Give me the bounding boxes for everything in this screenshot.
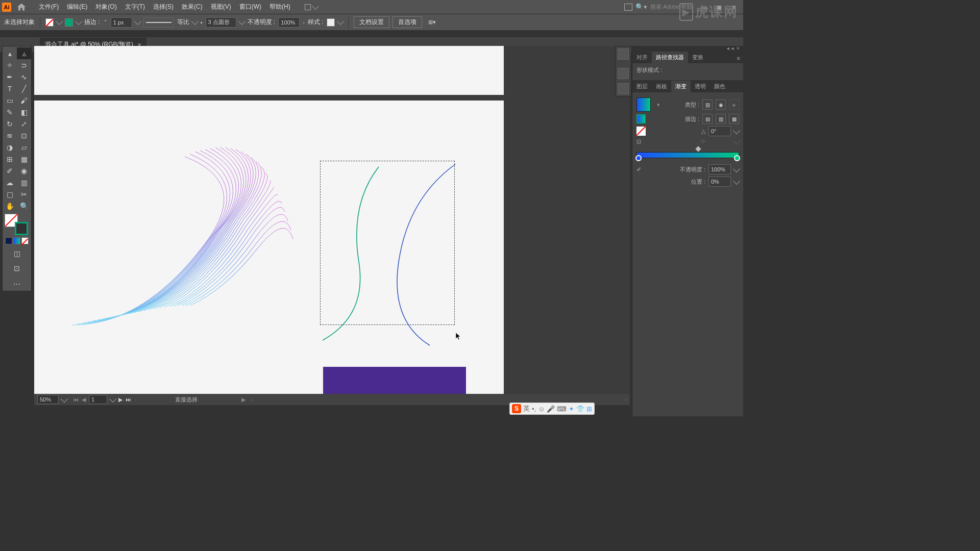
menu-type[interactable]: 文字(T) <box>121 0 149 14</box>
tab-pathfinder[interactable]: 路径查找器 <box>652 52 688 63</box>
tab-align[interactable]: 对齐 <box>632 52 652 63</box>
lasso-tool[interactable]: ⊃ <box>17 59 31 71</box>
gradient-stroke-swatch[interactable] <box>636 114 646 123</box>
artboard-number-input[interactable] <box>89 395 107 404</box>
gradient-mode-icon[interactable] <box>13 237 20 244</box>
tab-color[interactable]: 颜色 <box>710 81 729 92</box>
gradient-opacity-input[interactable] <box>708 164 731 174</box>
pen-tool[interactable]: ✒ <box>3 71 17 83</box>
eraser-tool[interactable]: ◧ <box>17 106 31 118</box>
panel-icon-1[interactable] <box>618 48 629 60</box>
last-artboard-icon[interactable]: ⏭ <box>126 396 131 403</box>
canvas-area[interactable]: ⏮ ◀ ▶ ⏭ 直接选择 ▶ ‹ › <box>34 46 630 405</box>
menu-file[interactable]: 文件(F) <box>35 0 63 14</box>
gradient-preview-swatch[interactable] <box>636 97 651 112</box>
ime-mic-icon[interactable]: 🎤 <box>547 405 555 413</box>
ime-skin-icon[interactable]: 👕 <box>576 405 584 413</box>
graph-tool[interactable]: ▥ <box>17 177 31 188</box>
doc-setup-button[interactable]: 文档设置 <box>354 16 389 28</box>
hand-tool[interactable]: ✋ <box>3 200 17 212</box>
opacity-label[interactable]: 不透明度 : <box>248 18 276 27</box>
slice-tool[interactable]: ✂ <box>17 188 31 200</box>
opacity-input[interactable] <box>278 17 300 28</box>
gradient-slider[interactable] <box>636 148 739 161</box>
stroke-grad-1-icon[interactable]: ▤ <box>702 114 713 124</box>
ime-tool-icon[interactable]: ✦ <box>569 405 574 413</box>
stroke-label[interactable]: 描边 : <box>84 18 100 27</box>
panel-icon-2[interactable] <box>618 68 629 79</box>
curves-artwork[interactable] <box>312 157 465 361</box>
shaper-tool[interactable]: ✎ <box>3 106 17 118</box>
menu-window[interactable]: 窗口(W) <box>235 0 265 14</box>
zoom-input[interactable] <box>37 395 59 404</box>
shape-builder-tool[interactable]: ◑ <box>3 141 17 153</box>
ime-punct-icon[interactable]: •, <box>532 405 536 413</box>
magic-wand-tool[interactable]: ✧ <box>3 59 17 71</box>
stroke-width-input[interactable] <box>111 17 132 28</box>
direct-selection-tool[interactable]: ▵ <box>17 47 31 59</box>
perspective-tool[interactable]: ▱ <box>17 141 31 153</box>
curvature-tool[interactable]: ∿ <box>17 71 31 83</box>
zoom-tool[interactable]: 🔍 <box>17 200 31 212</box>
tab-gradient[interactable]: 渐变 <box>671 81 691 92</box>
free-transform-tool[interactable]: ⊡ <box>17 130 31 141</box>
width-tool[interactable]: ≋ <box>3 130 17 141</box>
brush-input[interactable] <box>206 17 236 28</box>
gradient-location-input[interactable] <box>708 177 731 187</box>
freeform-gradient-icon[interactable]: ◈ <box>729 99 739 110</box>
artboard-tool[interactable]: ▢ <box>3 188 17 200</box>
prefs-button[interactable]: 首选项 <box>393 16 422 28</box>
symbol-tool[interactable]: ☁ <box>3 177 17 188</box>
gradient-tool[interactable]: ▦ <box>17 153 31 165</box>
screen-mode-btn[interactable]: ⊡ <box>10 262 24 274</box>
gradient-stop-right[interactable] <box>734 155 740 161</box>
menu-select[interactable]: 选择(S) <box>149 0 178 14</box>
ime-toolbar[interactable]: S 英 •, ☺ 🎤 ⌨ ✦ 👕 ⊞ <box>509 403 595 415</box>
blend-tool[interactable]: ◉ <box>17 165 31 177</box>
stroke-color-swatch[interactable] <box>15 222 28 235</box>
ime-lang[interactable]: 英 <box>523 404 530 413</box>
eyedropper-tool[interactable]: ✐ <box>3 165 17 177</box>
gradient-midpoint[interactable] <box>695 146 701 152</box>
rotate-tool[interactable]: ↻ <box>3 118 17 130</box>
chevron-down-icon[interactable] <box>312 3 319 10</box>
ime-keyboard-icon[interactable]: ⌨ <box>557 405 567 413</box>
gradient-stop-left[interactable] <box>635 155 642 161</box>
tab-artboards[interactable]: 画板 <box>652 81 671 92</box>
menu-edit[interactable]: 编辑(E) <box>63 0 91 14</box>
selection-tool[interactable]: ▴ <box>3 47 17 59</box>
type-tool[interactable]: T <box>3 83 17 94</box>
prev-artboard-icon[interactable]: ◀ <box>82 396 86 403</box>
panel-menu-icon[interactable]: ≡ <box>733 53 743 63</box>
scale-tool[interactable]: ⤢ <box>17 118 31 130</box>
rectangle-tool[interactable]: ▭ <box>3 94 17 106</box>
draw-mode-icon[interactable]: ◫ <box>10 247 24 259</box>
fill-stroke-control[interactable] <box>5 214 29 235</box>
tab-transform[interactable]: 变换 <box>688 52 707 63</box>
edit-toolbar-icon[interactable]: ⋯ <box>10 278 24 290</box>
home-icon[interactable] <box>16 2 27 12</box>
layout-icon[interactable] <box>305 4 311 10</box>
menu-help[interactable]: 帮助(H) <box>265 0 295 14</box>
screen-mode-icon[interactable] <box>624 4 632 11</box>
gradient-angle-input[interactable] <box>708 126 731 136</box>
line-tool[interactable]: ╱ <box>17 83 31 94</box>
stroke-grad-2-icon[interactable]: ▥ <box>716 114 726 124</box>
fill-swatch[interactable] <box>45 18 54 27</box>
next-artboard-icon[interactable]: ▶ <box>118 396 122 403</box>
menu-object[interactable]: 对象(O) <box>91 0 120 14</box>
color-mode-icon[interactable] <box>5 237 12 244</box>
style-swatch[interactable] <box>327 18 335 27</box>
gradient-edit-icon[interactable]: ⊡ <box>636 138 641 145</box>
linear-gradient-icon[interactable]: ▥ <box>702 99 713 110</box>
sogou-logo-icon[interactable]: S <box>512 404 521 413</box>
panel-icon-3[interactable] <box>618 83 629 94</box>
style-label[interactable]: 样式 : <box>308 18 324 27</box>
stroke-swatch[interactable] <box>65 18 73 27</box>
radial-gradient-icon[interactable]: ◉ <box>716 99 726 110</box>
ime-grid-icon[interactable]: ⊞ <box>586 405 592 413</box>
menu-effect[interactable]: 效果(C) <box>178 0 207 14</box>
blend-wave-artwork[interactable] <box>62 111 317 356</box>
menu-view[interactable]: 视图(V) <box>207 0 235 14</box>
tab-transparency[interactable]: 透明 <box>691 81 710 92</box>
